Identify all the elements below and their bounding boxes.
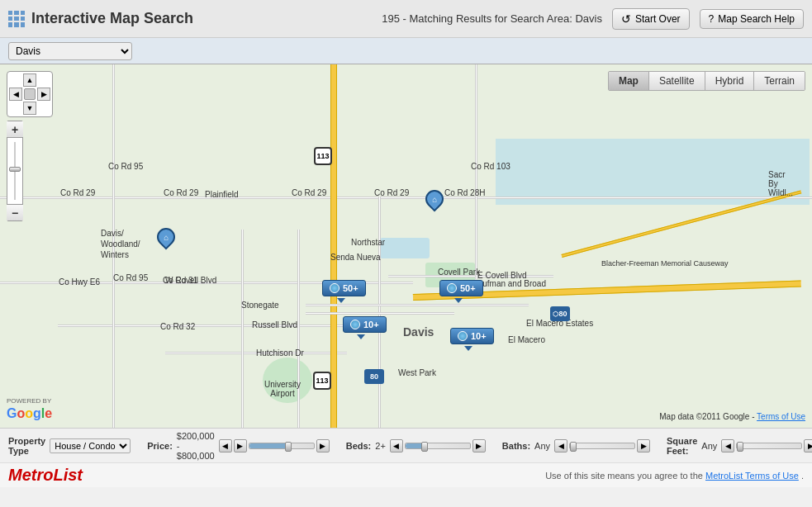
terms-of-use-link[interactable]: Terms of Use xyxy=(757,412,805,421)
footer: MetroList Use of this site means you agr… xyxy=(0,462,812,487)
beds-slider-control: ◀ ▶ xyxy=(390,439,486,453)
pan-control: ▲ ◀ ▶ ▼ xyxy=(7,71,53,117)
metrolist-terms-link[interactable]: MetroList Terms of Use xyxy=(705,471,799,481)
home-pin-1[interactable] xyxy=(425,190,444,208)
pan-right-button[interactable]: ▶ xyxy=(37,88,50,101)
highway-shield-113a: 113 xyxy=(314,147,332,165)
property-type-select[interactable]: House / Condo House Condo xyxy=(50,438,131,453)
filter-sqft: Square Feet: Any ◀ ▶ xyxy=(667,436,812,456)
zoom-control: + − xyxy=(7,121,23,221)
footer-period: . xyxy=(801,471,804,481)
baths-slider-track[interactable] xyxy=(569,443,635,449)
cluster-tail-3 xyxy=(357,334,365,339)
results-text: 195 - Matching Results for Search Area: … xyxy=(382,12,602,25)
baths-slider-control: ◀ ▶ xyxy=(554,439,650,453)
google-logo: Google xyxy=(7,406,52,421)
sqft-value: Any xyxy=(701,441,717,451)
map-help-button[interactable]: ? Map Search Help xyxy=(700,9,804,29)
sqft-label: Square Feet: xyxy=(667,436,697,456)
grid-icon xyxy=(8,11,25,27)
home-pin-2[interactable] xyxy=(157,228,175,246)
price-label: Price: xyxy=(147,441,173,451)
sqft-slider-thumb[interactable] xyxy=(737,442,743,452)
start-over-button[interactable]: ↺ Start Over xyxy=(612,8,690,30)
cluster-marker-1[interactable]: 50+ xyxy=(322,280,366,296)
interstate-shield-80a: ⬡80 xyxy=(550,306,570,321)
beds-slider-left[interactable]: ◀ xyxy=(390,439,403,453)
cluster-marker-3[interactable]: 10+ xyxy=(343,316,387,333)
price-slider-thumb[interactable] xyxy=(285,442,292,452)
city-label-davis: Davis xyxy=(403,325,434,339)
cluster-tail-4 xyxy=(464,346,472,351)
zoom-track[interactable] xyxy=(14,142,16,200)
map-type-terrain[interactable]: Terrain xyxy=(754,72,805,90)
cluster-tail-2 xyxy=(454,298,463,303)
baths-slider-left[interactable]: ◀ xyxy=(554,439,567,453)
sqft-slider-right[interactable]: ▶ xyxy=(804,439,812,453)
zoom-thumb[interactable] xyxy=(9,167,21,172)
zoom-slider xyxy=(14,138,16,204)
label-davis-woodland: Davis/Woodland/Winters xyxy=(101,228,140,260)
baths-slider-thumb[interactable] xyxy=(570,442,577,452)
baths-label: Baths: xyxy=(502,441,530,451)
map-type-map[interactable]: Map xyxy=(609,72,649,90)
beds-label: Beds: xyxy=(346,441,372,451)
map-container[interactable]: Davis Plainfield Northstar Senda Nueva W… xyxy=(0,64,812,428)
highway-shield-113b: 113 xyxy=(313,372,331,390)
price-slider-left[interactable]: ◀ xyxy=(219,439,232,453)
beds-slider-track[interactable] xyxy=(405,443,471,449)
metrolist-logo: MetroList xyxy=(8,466,83,485)
zoom-in-button[interactable]: + xyxy=(7,121,23,138)
sqft-slider-control: ◀ ▶ xyxy=(721,439,812,453)
pan-down-button[interactable]: ▼ xyxy=(23,102,36,115)
zoom-out-button[interactable]: − xyxy=(7,204,23,220)
beds-value: 2+ xyxy=(375,441,386,451)
baths-value: Any xyxy=(534,441,550,451)
location-select[interactable]: Davis Sacramento Woodland xyxy=(8,42,132,60)
filter-baths: Baths: Any ◀ ▶ xyxy=(502,439,650,453)
beds-slider-thumb[interactable] xyxy=(421,442,428,452)
cluster-marker-4[interactable]: 10+ xyxy=(450,328,494,344)
header: Interactive Map Search 195 - Matching Re… xyxy=(0,0,812,38)
pan-up-button[interactable]: ▲ xyxy=(23,73,36,87)
refresh-icon: ↺ xyxy=(621,12,631,26)
header-right: 195 - Matching Results for Search Area: … xyxy=(382,8,804,30)
label-el-macero: El Macero xyxy=(508,335,545,344)
price-value: $200,000 - $800,000 xyxy=(177,431,215,461)
beds-slider-right[interactable]: ▶ xyxy=(472,439,486,453)
page-title: Interactive Map Search xyxy=(31,10,193,27)
map-type-hybrid[interactable]: Hybrid xyxy=(705,72,755,90)
sqft-slider-track[interactable] xyxy=(736,443,802,449)
sqft-slider-left[interactable]: ◀ xyxy=(721,439,734,453)
pan-center-button[interactable] xyxy=(24,88,36,100)
footer-text: Use of this site means you agree to the … xyxy=(545,471,804,481)
label-kaufman: Kaufman and Broad xyxy=(472,279,546,288)
price-slider-play[interactable]: ▶ xyxy=(234,439,247,453)
metrolist-logo-text: MetroList xyxy=(8,466,83,484)
map-controls: ▲ ◀ ▶ ▼ + − xyxy=(7,71,53,221)
map-type-satellite[interactable]: Satellite xyxy=(649,72,705,90)
price-slider-right[interactable]: ▶ xyxy=(316,439,330,453)
map-type-control: Map Satellite Hybrid Terrain xyxy=(608,71,805,91)
label-blacher: Blacher-Freeman Memorial Causeway xyxy=(601,259,729,268)
label-stonegate: Stonegate xyxy=(241,301,279,310)
interstate-shield-80b: 80 xyxy=(364,369,384,384)
filter-price: Price: $200,000 - $800,000 ◀ ▶ ▶ xyxy=(147,431,329,461)
baths-slider-right[interactable]: ▶ xyxy=(637,439,650,453)
map-data-text: Map data ©2011 Google - Terms of Use xyxy=(659,412,805,421)
property-type-label: Property Type xyxy=(8,436,45,456)
powered-by-text: POWERED BY xyxy=(7,397,52,405)
price-slider-control: ◀ ▶ ▶ xyxy=(219,439,330,453)
header-left: Interactive Map Search xyxy=(8,10,193,27)
price-slider-track[interactable] xyxy=(249,443,315,449)
cluster-tail-1 xyxy=(337,298,345,303)
map-help-label: Map Search Help xyxy=(718,13,795,25)
pan-left-button[interactable]: ◀ xyxy=(9,88,22,101)
question-icon: ? xyxy=(709,13,715,25)
cluster-marker-2[interactable]: 50+ xyxy=(439,280,483,296)
footer-main-text: Use of this site means you agree to the xyxy=(545,471,703,481)
label-west-park: West Park xyxy=(398,368,436,377)
google-watermark: POWERED BY Google xyxy=(7,397,52,421)
start-over-label: Start Over xyxy=(635,13,681,25)
filter-property-type: Property Type House / Condo House Condo xyxy=(8,436,131,456)
